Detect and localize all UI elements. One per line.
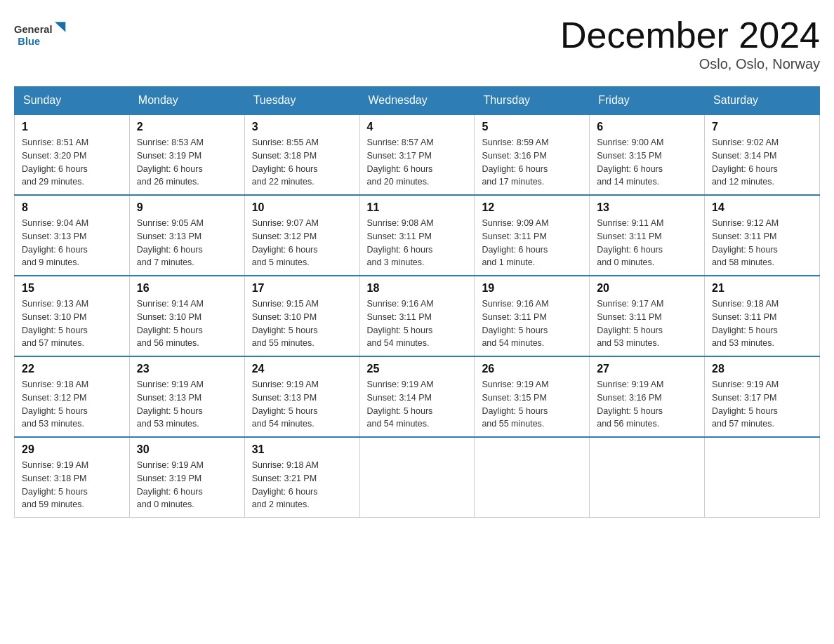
calendar-cell: 31Sunrise: 9:18 AMSunset: 3:21 PMDayligh… (244, 437, 359, 518)
calendar-cell: 27Sunrise: 9:19 AMSunset: 3:16 PMDayligh… (590, 356, 705, 437)
day-info: Sunrise: 9:19 AMSunset: 3:18 PMDaylight:… (22, 459, 122, 511)
calendar-week-2: 8Sunrise: 9:04 AMSunset: 3:13 PMDaylight… (15, 195, 820, 276)
calendar-week-3: 15Sunrise: 9:13 AMSunset: 3:10 PMDayligh… (15, 276, 820, 356)
calendar-cell: 26Sunrise: 9:19 AMSunset: 3:15 PMDayligh… (475, 356, 590, 437)
day-info: Sunrise: 9:19 AMSunset: 3:14 PMDaylight:… (367, 378, 468, 431)
day-info: Sunrise: 9:07 AMSunset: 3:12 PMDaylight:… (252, 217, 352, 269)
day-number: 7 (712, 121, 812, 133)
day-number: 11 (367, 201, 468, 214)
calendar-cell: 16Sunrise: 9:14 AMSunset: 3:10 PMDayligh… (129, 276, 244, 356)
day-number: 23 (137, 363, 237, 375)
calendar-cell: 4Sunrise: 8:57 AMSunset: 3:17 PMDaylight… (359, 114, 475, 195)
day-number: 24 (252, 363, 352, 375)
day-info: Sunrise: 8:53 AMSunset: 3:19 PMDaylight:… (137, 136, 237, 189)
calendar-cell: 7Sunrise: 9:02 AMSunset: 3:14 PMDaylight… (705, 114, 820, 195)
calendar-cell: 2Sunrise: 8:53 AMSunset: 3:19 PMDaylight… (129, 114, 244, 195)
day-number: 13 (597, 201, 697, 214)
day-number: 14 (712, 201, 812, 214)
calendar-cell: 14Sunrise: 9:12 AMSunset: 3:11 PMDayligh… (705, 195, 820, 276)
logo: General Blue (14, 14, 70, 53)
calendar-cell: 10Sunrise: 9:07 AMSunset: 3:12 PMDayligh… (244, 195, 359, 276)
day-info: Sunrise: 9:19 AMSunset: 3:19 PMDaylight:… (137, 459, 237, 511)
calendar-cell: 13Sunrise: 9:11 AMSunset: 3:11 PMDayligh… (590, 195, 705, 276)
day-number: 15 (22, 282, 122, 295)
day-number: 2 (137, 121, 237, 133)
calendar-week-5: 29Sunrise: 9:19 AMSunset: 3:18 PMDayligh… (15, 437, 820, 518)
day-number: 29 (22, 443, 122, 456)
day-info: Sunrise: 9:18 AMSunset: 3:21 PMDaylight:… (252, 459, 352, 511)
day-number: 8 (22, 201, 122, 214)
svg-text:General: General (14, 24, 53, 35)
day-number: 18 (367, 282, 468, 295)
calendar-cell: 6Sunrise: 9:00 AMSunset: 3:15 PMDaylight… (590, 114, 705, 195)
calendar-cell: 1Sunrise: 8:51 AMSunset: 3:20 PMDaylight… (15, 114, 130, 195)
day-number: 27 (597, 363, 697, 375)
day-number: 4 (367, 121, 468, 133)
page-header: General Blue December 2024 Oslo, Oslo, N… (14, 14, 820, 72)
svg-text:Blue: Blue (18, 36, 40, 48)
day-number: 1 (22, 121, 122, 133)
calendar-cell: 17Sunrise: 9:15 AMSunset: 3:10 PMDayligh… (244, 276, 359, 356)
day-info: Sunrise: 9:14 AMSunset: 3:10 PMDaylight:… (137, 297, 237, 350)
calendar-cell: 9Sunrise: 9:05 AMSunset: 3:13 PMDaylight… (129, 195, 244, 276)
day-info: Sunrise: 9:05 AMSunset: 3:13 PMDaylight:… (137, 217, 237, 269)
day-info: Sunrise: 9:19 AMSunset: 3:16 PMDaylight:… (597, 378, 697, 431)
location: Oslo, Oslo, Norway (560, 56, 820, 72)
calendar-cell: 21Sunrise: 9:18 AMSunset: 3:11 PMDayligh… (705, 276, 820, 356)
calendar-week-4: 22Sunrise: 9:18 AMSunset: 3:12 PMDayligh… (15, 356, 820, 437)
calendar-cell: 19Sunrise: 9:16 AMSunset: 3:11 PMDayligh… (475, 276, 590, 356)
day-number: 22 (22, 363, 122, 375)
day-number: 26 (482, 363, 582, 375)
day-info: Sunrise: 9:16 AMSunset: 3:11 PMDaylight:… (367, 297, 468, 350)
day-info: Sunrise: 9:18 AMSunset: 3:12 PMDaylight:… (22, 378, 122, 431)
day-number: 30 (137, 443, 237, 456)
calendar-cell: 22Sunrise: 9:18 AMSunset: 3:12 PMDayligh… (15, 356, 130, 437)
day-info: Sunrise: 8:55 AMSunset: 3:18 PMDaylight:… (252, 136, 352, 189)
day-number: 10 (252, 201, 352, 214)
day-info: Sunrise: 9:12 AMSunset: 3:11 PMDaylight:… (712, 217, 812, 269)
col-header-sunday: Sunday (15, 87, 130, 115)
day-number: 3 (252, 121, 352, 133)
day-info: Sunrise: 9:02 AMSunset: 3:14 PMDaylight:… (712, 136, 812, 189)
day-info: Sunrise: 9:11 AMSunset: 3:11 PMDaylight:… (597, 217, 697, 269)
calendar-cell: 25Sunrise: 9:19 AMSunset: 3:14 PMDayligh… (359, 356, 475, 437)
day-number: 17 (252, 282, 352, 295)
calendar-cell: 24Sunrise: 9:19 AMSunset: 3:13 PMDayligh… (244, 356, 359, 437)
day-info: Sunrise: 9:04 AMSunset: 3:13 PMDaylight:… (22, 217, 122, 269)
day-info: Sunrise: 8:51 AMSunset: 3:20 PMDaylight:… (22, 136, 122, 189)
col-header-saturday: Saturday (705, 87, 820, 115)
day-info: Sunrise: 9:13 AMSunset: 3:10 PMDaylight:… (22, 297, 122, 350)
day-info: Sunrise: 9:09 AMSunset: 3:11 PMDaylight:… (482, 217, 582, 269)
day-number: 25 (367, 363, 468, 375)
day-number: 19 (482, 282, 582, 295)
calendar-week-1: 1Sunrise: 8:51 AMSunset: 3:20 PMDaylight… (15, 114, 820, 195)
calendar-cell: 28Sunrise: 9:19 AMSunset: 3:17 PMDayligh… (705, 356, 820, 437)
day-number: 12 (482, 201, 582, 214)
calendar-cell: 29Sunrise: 9:19 AMSunset: 3:18 PMDayligh… (15, 437, 130, 518)
col-header-monday: Monday (129, 87, 244, 115)
logo-svg: General Blue (14, 14, 70, 53)
day-info: Sunrise: 8:57 AMSunset: 3:17 PMDaylight:… (367, 136, 468, 189)
day-number: 21 (712, 282, 812, 295)
day-number: 5 (482, 121, 582, 133)
calendar-cell: 23Sunrise: 9:19 AMSunset: 3:13 PMDayligh… (129, 356, 244, 437)
calendar-cell (590, 437, 705, 518)
calendar-cell: 5Sunrise: 8:59 AMSunset: 3:16 PMDaylight… (475, 114, 590, 195)
day-info: Sunrise: 9:17 AMSunset: 3:11 PMDaylight:… (597, 297, 697, 350)
calendar-cell: 3Sunrise: 8:55 AMSunset: 3:18 PMDaylight… (244, 114, 359, 195)
col-header-friday: Friday (590, 87, 705, 115)
title-section: December 2024 Oslo, Oslo, Norway (560, 14, 820, 72)
col-header-thursday: Thursday (475, 87, 590, 115)
calendar-cell: 12Sunrise: 9:09 AMSunset: 3:11 PMDayligh… (475, 195, 590, 276)
svg-marker-1 (55, 22, 65, 32)
calendar-cell: 18Sunrise: 9:16 AMSunset: 3:11 PMDayligh… (359, 276, 475, 356)
day-number: 28 (712, 363, 812, 375)
calendar-cell: 11Sunrise: 9:08 AMSunset: 3:11 PMDayligh… (359, 195, 475, 276)
day-info: Sunrise: 9:00 AMSunset: 3:15 PMDaylight:… (597, 136, 697, 189)
day-info: Sunrise: 9:16 AMSunset: 3:11 PMDaylight:… (482, 297, 582, 350)
day-info: Sunrise: 9:08 AMSunset: 3:11 PMDaylight:… (367, 217, 468, 269)
calendar-cell (475, 437, 590, 518)
calendar-cell: 30Sunrise: 9:19 AMSunset: 3:19 PMDayligh… (129, 437, 244, 518)
day-info: Sunrise: 9:19 AMSunset: 3:15 PMDaylight:… (482, 378, 582, 431)
day-number: 6 (597, 121, 697, 133)
